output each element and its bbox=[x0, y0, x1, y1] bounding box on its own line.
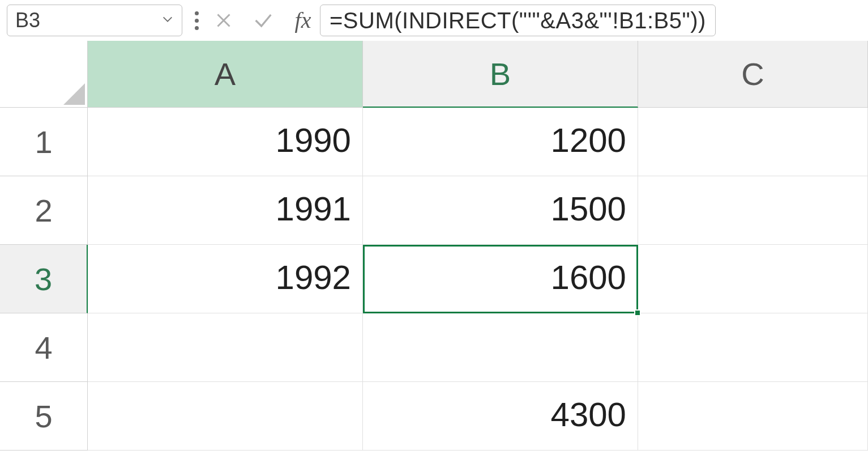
name-box[interactable]: B3 bbox=[7, 5, 182, 36]
formula-button-tray: fx bbox=[211, 8, 315, 33]
cell-b2[interactable]: 1500 bbox=[363, 176, 638, 245]
cell-b3[interactable]: 1600 bbox=[363, 245, 638, 313]
name-box-value: B3 bbox=[15, 9, 40, 32]
cell-c2[interactable] bbox=[638, 176, 868, 245]
row-header-3[interactable]: 3 bbox=[0, 245, 88, 313]
cell-b1[interactable]: 1200 bbox=[363, 108, 638, 176]
column-header-b[interactable]: B bbox=[363, 41, 638, 108]
cell-a4[interactable] bbox=[88, 313, 363, 382]
column-header-a[interactable]: A bbox=[88, 41, 363, 108]
select-all-corner[interactable] bbox=[0, 41, 88, 108]
cell-c5[interactable] bbox=[638, 382, 868, 451]
formula-text: =SUM(INDIRECT("'"&A3&"'!B1:B5")) bbox=[330, 8, 706, 33]
row-header-1[interactable]: 1 bbox=[0, 108, 88, 176]
insert-function-icon[interactable]: fx bbox=[290, 8, 315, 33]
cell-b5[interactable]: 4300 bbox=[363, 382, 638, 451]
cell-a1[interactable]: 1990 bbox=[88, 108, 363, 176]
cell-a3[interactable]: 1992 bbox=[88, 245, 363, 313]
formula-bar: B3 fx =SUM(INDIRECT("'"&A3&"'!B1:B5")) bbox=[0, 0, 868, 41]
column-header-c[interactable]: C bbox=[638, 41, 868, 108]
formula-input[interactable]: =SUM(INDIRECT("'"&A3&"'!B1:B5")) bbox=[320, 5, 716, 36]
row-header-5[interactable]: 5 bbox=[0, 382, 88, 451]
cell-c3[interactable] bbox=[638, 245, 868, 313]
formula-bar-separator bbox=[187, 11, 207, 30]
row-header-4[interactable]: 4 bbox=[0, 313, 88, 382]
cell-c1[interactable] bbox=[638, 108, 868, 176]
cell-a2[interactable]: 1991 bbox=[88, 176, 363, 245]
chevron-down-icon[interactable] bbox=[161, 12, 174, 29]
row-header-2[interactable]: 2 bbox=[0, 176, 88, 245]
cell-c4[interactable] bbox=[638, 313, 868, 382]
spreadsheet-grid[interactable]: A B C 1 1990 1200 2 1991 1500 3 1992 160… bbox=[0, 41, 868, 451]
fill-handle[interactable] bbox=[634, 309, 641, 316]
enter-check-icon bbox=[251, 8, 276, 33]
cell-a5[interactable] bbox=[88, 382, 363, 451]
more-vertical-icon[interactable] bbox=[195, 11, 199, 30]
cancel-icon bbox=[211, 8, 236, 33]
cell-b4[interactable] bbox=[363, 313, 638, 382]
